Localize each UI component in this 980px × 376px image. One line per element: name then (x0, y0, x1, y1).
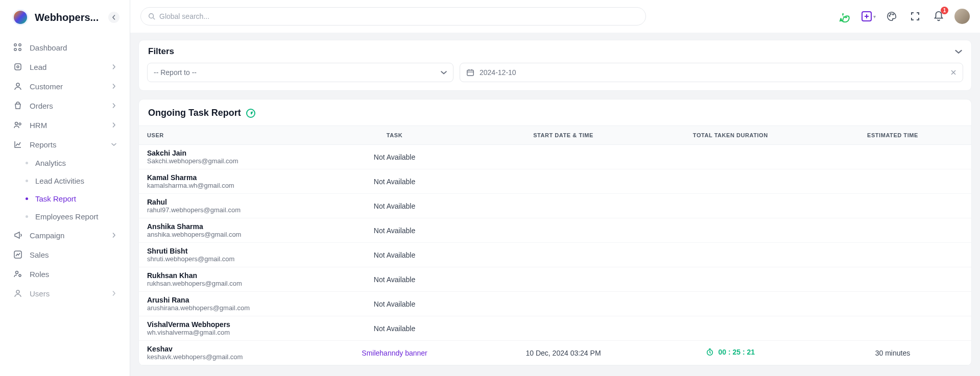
user-email: rahul97.webhopers@gmail.com (147, 206, 301, 214)
cell-duration (647, 194, 814, 218)
chevron-right-icon (111, 122, 116, 128)
cell-user: Keshavkeshavk.webhopers@gmail.com (139, 341, 309, 365)
nav-roles-label: Roles (30, 270, 49, 279)
nav-hrm-label: HRM (30, 121, 47, 130)
expand-icon (910, 11, 920, 21)
cell-start (480, 243, 647, 267)
chevron-down-icon (955, 48, 962, 55)
task-na: Not Available (374, 227, 415, 235)
user-avatar[interactable] (954, 9, 970, 24)
topbar: ▾ 1 (130, 0, 980, 33)
user-name: VishalVerma Webhopers (147, 320, 301, 329)
cell-estimated (814, 145, 971, 169)
cell-start (480, 218, 647, 243)
nav-reports[interactable]: Reports (6, 135, 124, 154)
svg-point-2 (14, 48, 16, 51)
cell-start (480, 145, 647, 169)
sub-employees-report[interactable]: Employees Report (18, 208, 124, 225)
cell-task[interactable]: Smilehanndy banner (309, 341, 480, 365)
table-row: Rahulrahul97.webhopers@gmail.comNot Avai… (139, 194, 971, 218)
sidebar: Webhopers... Dashboard Lead Customer Ord… (0, 0, 130, 376)
search-input[interactable] (159, 12, 638, 20)
task-na: Not Available (374, 324, 415, 333)
date-value: 2024-12-10 (480, 68, 516, 77)
nav-users-label: Users (30, 289, 50, 298)
nav-dashboard[interactable]: Dashboard (6, 38, 124, 57)
target-icon (13, 62, 22, 71)
filters-card: Filters -- Report to -- 2024-12-10 (138, 40, 972, 91)
notifications-button[interactable]: 1 (931, 9, 946, 24)
calendar-icon (466, 68, 474, 77)
main: ▾ 1 Filters -- (130, 0, 980, 376)
nav-customer[interactable]: Customer (6, 77, 124, 96)
task-na: Not Available (374, 300, 415, 308)
report-header: Ongoing Task Report (139, 99, 971, 126)
users-icon (13, 120, 22, 130)
nav-campaign[interactable]: Campaign (6, 225, 124, 245)
date-filter[interactable]: 2024-12-10 (460, 63, 963, 82)
nav-users[interactable]: Users (6, 284, 124, 303)
sub-task-report-label: Task Report (35, 194, 76, 203)
nav-orders-label: Orders (30, 102, 53, 110)
add-button[interactable]: ▾ (861, 9, 876, 24)
cell-duration (647, 218, 814, 243)
sub-analytics[interactable]: Analytics (18, 154, 124, 172)
sub-employees-report-label: Employees Report (35, 212, 98, 221)
sub-lead-activities[interactable]: Lead Activities (18, 172, 124, 190)
cell-estimated (814, 194, 971, 218)
cell-user: Anshika Sharmaanshika.webhopers@gmail.co… (139, 218, 309, 243)
sidebar-collapse-button[interactable] (108, 12, 119, 23)
megaphone-icon (13, 231, 22, 240)
col-duration: TOTAL TAKEN DURATION (647, 126, 814, 145)
plus-square-icon (861, 11, 872, 22)
theme-button[interactable] (884, 9, 899, 24)
cell-estimated: 30 minutes (814, 341, 971, 365)
fullscreen-button[interactable] (907, 9, 923, 24)
cell-duration (647, 316, 814, 341)
nav-orders[interactable]: Orders (6, 96, 124, 115)
duration-value: 00 : 25 : 21 (718, 348, 755, 356)
nav-sales[interactable]: Sales (6, 245, 124, 264)
chevron-down-icon (441, 69, 447, 76)
task-na: Not Available (374, 275, 415, 284)
nav-customer-label: Customer (30, 82, 63, 91)
user-name: Arushi Rana (147, 296, 301, 304)
cell-start (480, 292, 647, 316)
nav-hrm[interactable]: HRM (6, 115, 124, 135)
cell-estimated (814, 316, 971, 341)
brand-name: Webhopers... (35, 12, 99, 23)
cell-task: Not Available (309, 316, 480, 341)
cell-estimated (814, 292, 971, 316)
user-name: Sakchi Jain (147, 149, 301, 157)
clear-date-button[interactable] (950, 69, 957, 76)
nav-lead[interactable]: Lead (6, 57, 124, 77)
cell-user: Sakchi JainSakchi.webhopers@gmail.com (139, 145, 309, 169)
col-user: USER (139, 126, 309, 145)
nav-sales-label: Sales (30, 250, 49, 259)
cell-start (480, 194, 647, 218)
task-na: Not Available (374, 178, 415, 186)
cell-estimated (814, 243, 971, 267)
nav-dashboard-label: Dashboard (30, 43, 67, 52)
report-to-select[interactable]: -- Report to -- (147, 63, 453, 82)
cell-task: Not Available (309, 292, 480, 316)
cell-task: Not Available (309, 194, 480, 218)
cell-duration: 00 : 25 : 21 (647, 341, 814, 365)
cell-estimated (814, 218, 971, 243)
cell-task: Not Available (309, 218, 480, 243)
report-title: Ongoing Task Report (148, 108, 241, 118)
user-icon (13, 82, 22, 91)
cell-task: Not Available (309, 169, 480, 194)
cell-duration (647, 267, 814, 292)
brand-logo (12, 9, 29, 26)
global-search[interactable] (140, 7, 646, 26)
task-link[interactable]: Smilehanndy banner (362, 349, 427, 357)
sub-task-report[interactable]: Task Report (18, 190, 124, 208)
col-task: TASK (309, 126, 480, 145)
filters-toggle[interactable] (955, 48, 962, 55)
table-row: VishalVerma Webhoperswh.vishalverma@gmai… (139, 316, 971, 341)
cell-user: Rukhsan Khanrukhsan.webhopers@gmail.com (139, 267, 309, 292)
whatsapp-button[interactable] (837, 9, 852, 24)
nav-roles[interactable]: Roles (6, 264, 124, 284)
search-icon (148, 13, 155, 20)
